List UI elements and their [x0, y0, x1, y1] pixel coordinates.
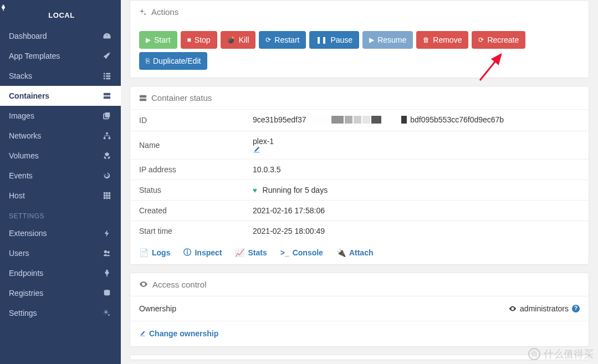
svg-point-27 — [141, 10, 144, 12]
row-label: ID — [139, 116, 253, 125]
pause-button[interactable]: ❚❚Pause — [309, 31, 359, 49]
svg-point-25 — [105, 311, 108, 314]
rocket-icon — [103, 52, 112, 60]
container-status-table: ID 9ce31b95edf37 bdf095b553cc76f0d9ec67b… — [130, 110, 589, 241]
change-ownership-link[interactable]: Change ownership — [139, 329, 218, 338]
status-row-start-time: Start time 2021-02-25 18:00:49 — [130, 221, 589, 241]
chart-icon: 📈 — [235, 248, 244, 257]
sidebar-item-events[interactable]: Events — [0, 166, 121, 186]
container-status-panel: Container status ID 9ce31b95edf37 bdf095… — [130, 86, 589, 265]
svg-rect-2 — [104, 75, 105, 77]
svg-point-28 — [144, 13, 146, 15]
svg-rect-15 — [109, 192, 111, 194]
sidebar-item-stacks[interactable]: Stacks — [0, 66, 121, 86]
svg-rect-31 — [254, 152, 260, 152]
recreate-button[interactable]: ⟳Recreate — [472, 31, 525, 49]
actions-panel: Actions ▶Start ■Stop 💣Kill ⟳Restart ❚❚Pa… — [130, 0, 589, 78]
status-row-name: Name plex-1 — [130, 131, 589, 160]
play-icon: ▶ — [369, 37, 374, 43]
resume-button[interactable]: ▶Resume — [362, 31, 413, 49]
sidebar-item-volumes[interactable]: Volumes — [0, 146, 121, 166]
sidebar-item-label: Stacks — [9, 71, 32, 80]
tachometer-icon — [103, 32, 112, 40]
button-label: Duplicate/Edit — [153, 57, 201, 65]
sidebar-item-containers[interactable]: Containers — [0, 86, 121, 106]
smile-icon: 值 — [528, 348, 540, 360]
link-label: Change ownership — [149, 329, 218, 338]
status-row-status: Status ♥ Running for 5 days — [130, 180, 589, 201]
duplicate-edit-button[interactable]: ⎘Duplicate/Edit — [139, 52, 207, 70]
svg-rect-29 — [140, 95, 146, 97]
history-icon — [103, 172, 112, 180]
sidebar-item-dashboard[interactable]: Dashboard — [0, 26, 121, 46]
row-value: 2021-02-25 18:00:49 — [253, 227, 580, 235]
svg-rect-6 — [104, 93, 110, 95]
svg-rect-0 — [104, 73, 105, 75]
svg-rect-3 — [106, 75, 110, 77]
svg-rect-1 — [106, 73, 110, 75]
trash-icon: 🗑 — [423, 37, 430, 43]
sidebar-item-label: Containers — [9, 91, 49, 100]
row-value: 10.0.3.5 — [253, 165, 580, 174]
stop-button[interactable]: ■Stop — [181, 31, 217, 49]
sidebar-item-settings[interactable]: Settings — [0, 303, 121, 323]
stats-link[interactable]: 📈Stats — [235, 248, 267, 258]
kill-button[interactable]: 💣Kill — [221, 31, 256, 49]
status-row-id: ID 9ce31b95edf37 bdf095b553cc76f0d9ec67b — [130, 110, 589, 131]
sidebar-item-users[interactable]: Users — [0, 243, 121, 263]
svg-point-26 — [108, 314, 110, 316]
sidebar-item-host[interactable]: Host — [0, 186, 121, 206]
console-link[interactable]: >_Console — [280, 248, 323, 258]
restart-button[interactable]: ⟳Restart — [259, 31, 306, 49]
help-icon[interactable]: ? — [572, 305, 580, 312]
users-icon — [103, 249, 112, 257]
actions-title: Actions — [151, 7, 178, 17]
copy-icon: ⎘ — [146, 58, 150, 64]
svg-point-22 — [104, 250, 107, 253]
clone-icon — [103, 112, 112, 120]
list-icon — [103, 72, 112, 80]
svg-rect-7 — [104, 96, 110, 99]
attach-link[interactable]: 🔌Attach — [336, 248, 374, 258]
endpoint-header: LOCAL — [0, 0, 121, 26]
sidebar-item-registries[interactable]: Registries — [0, 283, 121, 303]
heartbeat-icon: ♥ — [253, 186, 257, 194]
ownership-value-group: administrators ? — [509, 304, 580, 313]
refresh-icon: ⟳ — [265, 37, 271, 43]
logs-link[interactable]: 📄Logs — [139, 248, 170, 258]
sidebar-item-networks[interactable]: Networks — [0, 126, 121, 146]
sidebar: LOCAL Dashboard App Templates Stacks Con… — [0, 0, 121, 364]
server-icon — [103, 92, 112, 100]
status-row-ip: IP address 10.0.3.5 — [130, 160, 589, 180]
sidebar-item-label: Dashboard — [9, 32, 47, 40]
cogs-icon — [139, 8, 147, 16]
svg-rect-13 — [104, 192, 106, 194]
settings-header: SETTINGS — [0, 206, 121, 223]
sidebar-item-app-templates[interactable]: App Templates — [0, 46, 121, 66]
status-text: Running for 5 days — [263, 186, 328, 194]
status-row-created: Created 2021-02-16 17:58:06 — [130, 201, 589, 221]
sidebar-item-endpoints[interactable]: Endpoints — [0, 263, 121, 283]
remove-button[interactable]: 🗑Remove — [416, 31, 468, 49]
next-panel-peek — [130, 355, 589, 360]
svg-rect-8 — [105, 112, 110, 117]
row-label: Status — [139, 186, 253, 194]
actions-button-row: ▶Start ■Stop 💣Kill ⟳Restart ❚❚Pause ▶Res… — [139, 31, 580, 70]
plug-icon: 🔌 — [336, 248, 346, 257]
inspect-link[interactable]: ⓘInspect — [183, 248, 222, 258]
row-label: Name — [139, 141, 253, 150]
row-value: plex-1 — [253, 137, 580, 153]
sidebar-item-label: Volumes — [9, 151, 39, 160]
link-label: Stats — [248, 248, 267, 257]
sitemap-icon — [103, 132, 112, 140]
database-icon — [103, 289, 112, 297]
sidebar-item-extensions[interactable]: Extensions — [0, 223, 121, 243]
edit-name-icon[interactable] — [253, 146, 580, 153]
sidebar-item-images[interactable]: Images — [0, 106, 121, 126]
sidebar-item-label: Host — [9, 191, 25, 200]
button-label: Restart — [274, 35, 299, 44]
start-button[interactable]: ▶Start — [139, 31, 177, 49]
eye-icon — [139, 280, 148, 289]
plug-icon — [103, 269, 112, 277]
bolt-icon — [103, 229, 112, 237]
